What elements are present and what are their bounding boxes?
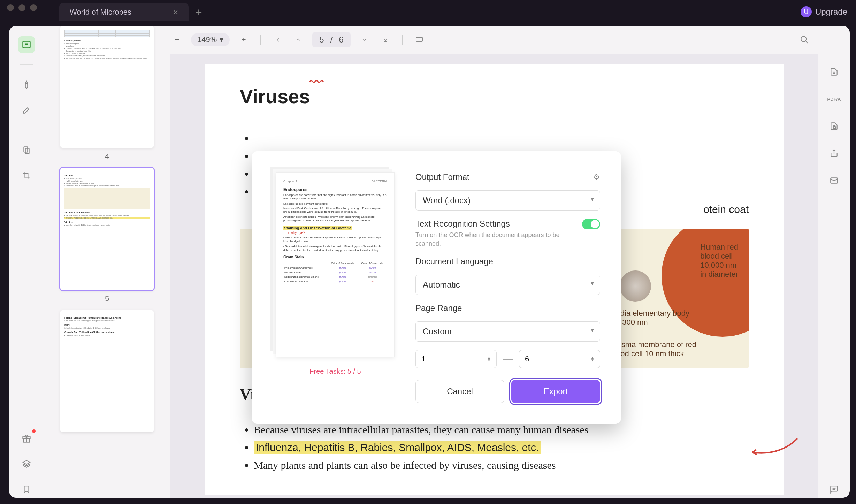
highlight-tool-button[interactable] xyxy=(18,76,35,93)
maximize-window-button[interactable] xyxy=(30,4,37,11)
document-toolbar: − 149% ▾ + 5 / 6 xyxy=(170,26,818,54)
range-dash: — xyxy=(503,353,513,365)
thumbnail-item[interactable]: Viruses • Intracellular parasites • High… xyxy=(55,168,159,303)
language-label: Document Language xyxy=(415,257,600,266)
diagram-label: Plasma membrane of redblood cell 10 nm t… xyxy=(610,340,696,358)
thumbnail-panel[interactable]: Dinoflagellata • Have two flagella • Uni… xyxy=(44,26,170,498)
ocr-label: Text Recognition Settings xyxy=(415,219,575,229)
lock-file-button[interactable] xyxy=(826,118,842,135)
zoom-dropdown[interactable]: 149% ▾ xyxy=(191,33,230,46)
pdfa-button[interactable]: PDF/A xyxy=(826,91,842,107)
export-form: Output Format ⚙ Word (.docx) Text Recogn… xyxy=(415,172,600,403)
window-controls xyxy=(7,4,37,11)
page-separator: / xyxy=(330,35,333,45)
right-toolbar: ⋯ PDF/A xyxy=(818,26,850,498)
document-tab[interactable]: World of Microbes × xyxy=(59,3,189,21)
thumbnail-item[interactable]: Prion's Disease Of Human Inheritance And… xyxy=(55,310,159,436)
copy-tool-button[interactable] xyxy=(18,142,35,159)
annotate-tool-button[interactable] xyxy=(18,102,35,119)
last-page-button[interactable] xyxy=(379,33,392,47)
divider xyxy=(20,64,33,65)
comments-button[interactable] xyxy=(826,481,842,498)
layers-button[interactable] xyxy=(18,456,35,472)
page-range-select[interactable]: Custom xyxy=(415,321,600,342)
thumbnail-preview: Viruses • Intracellular parasites • High… xyxy=(60,168,154,290)
total-pages: 6 xyxy=(339,35,343,45)
export-file-button[interactable] xyxy=(826,63,842,80)
main-window: Dinoflagellata • Have two flagella • Uni… xyxy=(9,26,850,498)
thumbnail-preview: Dinoflagellata • Have two flagella • Uni… xyxy=(60,26,154,148)
list-item: Many plants and plants can also be infec… xyxy=(254,456,749,474)
mail-button[interactable] xyxy=(826,172,842,189)
chevron-down-icon: ▾ xyxy=(220,35,223,44)
divider xyxy=(402,35,403,45)
tab-title: World of Microbes xyxy=(70,8,131,17)
annotation-arrow xyxy=(745,435,801,459)
list-item xyxy=(254,129,749,147)
svg-rect-14 xyxy=(833,127,836,128)
prev-page-button[interactable] xyxy=(291,33,305,47)
crop-tool-button[interactable] xyxy=(18,167,35,184)
annotation-squiggle: 〰 xyxy=(309,75,323,90)
bookmark-button[interactable] xyxy=(18,481,35,498)
range-to-input[interactable]: 6 ▲▼ xyxy=(519,350,600,368)
divider xyxy=(260,35,261,45)
language-select[interactable]: Automatic xyxy=(415,275,600,295)
ocr-toggle[interactable] xyxy=(582,219,600,229)
output-format-label: Output Format xyxy=(415,172,469,182)
bullet-list: Because viruses are intracellular parasi… xyxy=(254,421,749,474)
upgrade-label: Upgrade xyxy=(815,7,847,17)
left-toolbar xyxy=(9,26,44,498)
gear-icon[interactable]: ⚙ xyxy=(593,173,600,182)
zoom-value: 149% xyxy=(197,35,217,44)
export-preview: Chapter 2BACTERIA Endospores Endospores … xyxy=(276,172,395,357)
zoom-in-button[interactable]: + xyxy=(237,33,251,47)
list-item: Influenza, Hepatitis B, Rabies, Smallpox… xyxy=(254,438,749,456)
thumbnail-item[interactable]: Dinoflagellata • Have two flagella • Uni… xyxy=(55,26,159,161)
free-tasks-label: Free Tasks: 5 / 5 xyxy=(309,367,361,375)
cancel-button[interactable]: Cancel xyxy=(415,380,504,403)
range-from-input[interactable]: 1 ▲▼ xyxy=(415,350,497,368)
page-range-label: Page Range xyxy=(415,303,600,313)
thumbnail-page-number: 5 xyxy=(105,294,109,303)
output-format-select[interactable]: Word (.docx) xyxy=(415,190,600,211)
heading-viruses: Viruses 〰 xyxy=(240,85,749,115)
export-button[interactable]: Export xyxy=(511,380,600,403)
elementary-body-shape xyxy=(620,270,651,302)
stepper-icon[interactable]: ▲▼ xyxy=(487,356,491,362)
next-page-button[interactable] xyxy=(358,33,372,47)
highlighted-text: Influenza, Hepatitis B, Rabies, Smallpox… xyxy=(254,441,541,454)
reader-mode-button[interactable] xyxy=(18,36,35,53)
search-button[interactable] xyxy=(797,33,811,47)
share-button[interactable] xyxy=(826,145,842,162)
svg-rect-10 xyxy=(416,37,422,41)
svg-line-13 xyxy=(805,41,808,43)
page-indicator[interactable]: 5 / 6 xyxy=(312,32,350,47)
presentation-button[interactable] xyxy=(412,33,426,47)
tab-bar: World of Microbes × + xyxy=(59,3,202,21)
thumbnail-preview: Prion's Disease Of Human Inheritance And… xyxy=(60,310,154,432)
divider xyxy=(20,130,33,130)
close-window-button[interactable] xyxy=(7,4,14,11)
ocr-hint: Turn on the OCR when the document appear… xyxy=(415,231,575,248)
export-dialog: Chapter 2BACTERIA Endospores Endospores … xyxy=(252,151,621,424)
gift-button[interactable] xyxy=(18,430,35,447)
svg-point-12 xyxy=(801,36,806,41)
upgrade-button[interactable]: U Upgrade xyxy=(801,6,847,17)
first-page-button[interactable] xyxy=(270,33,284,47)
new-tab-button[interactable]: + xyxy=(196,6,202,19)
export-preview-panel: Chapter 2BACTERIA Endospores Endospores … xyxy=(273,172,398,403)
minimize-window-button[interactable] xyxy=(18,4,25,11)
more-icon[interactable]: ⋯ xyxy=(826,36,842,53)
stepper-icon[interactable]: ▲▼ xyxy=(591,356,594,362)
thumbnail-page-number: 4 xyxy=(105,152,109,161)
current-page: 5 xyxy=(319,35,324,45)
user-avatar: U xyxy=(801,6,812,17)
diagram-label: Human redblood cell10,000 nmin diameter xyxy=(700,243,738,279)
zoom-out-button[interactable]: − xyxy=(170,33,184,47)
close-tab-icon[interactable]: × xyxy=(173,7,178,17)
